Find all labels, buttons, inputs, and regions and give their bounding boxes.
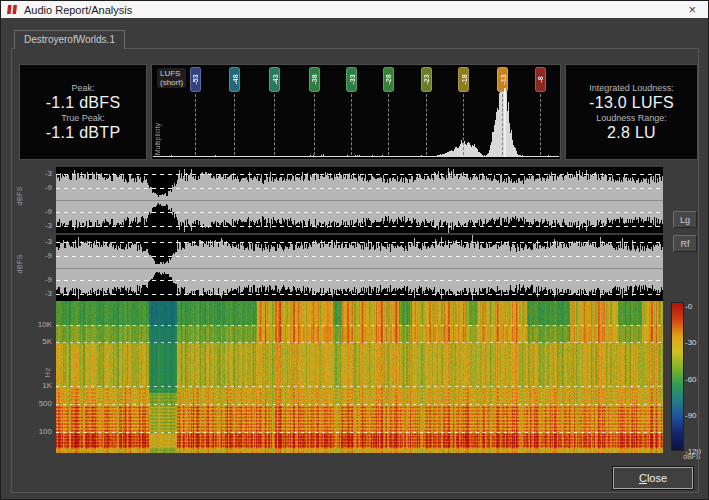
lufs-marker-label: -33 [348, 74, 355, 84]
lufs-marker-dropline [388, 94, 389, 155]
lufs-marker-dropline [274, 94, 275, 155]
lufs-marker--43: -43 [269, 67, 280, 92]
lufs-marker--48: -48 [229, 67, 240, 92]
spectrogram-tick-label: 500 [21, 399, 52, 408]
spectrogram-colorbar [671, 302, 684, 451]
multiplicity-axis-label: Multiplicity [154, 123, 161, 155]
true-peak-label: True Peak: [61, 113, 105, 123]
close-button-char: e [661, 472, 667, 484]
spectrogram-tick-label: 5K [21, 337, 52, 346]
waveform-channel-1-canvas [56, 167, 663, 233]
lufs-marker-label: -48 [231, 74, 238, 84]
peak-label: Peak: [71, 83, 94, 93]
window-close-icon[interactable]: × [682, 2, 702, 17]
true-peak-value: -1.1 dBTP [46, 124, 121, 142]
peak-stats-panel: Peak: -1.1 dBFS True Peak: -1.1 dBTP [19, 64, 147, 160]
lufs-marker-dropline [314, 94, 315, 155]
lufs-marker--38: -38 [309, 67, 320, 92]
lufs-marker-label: -38 [311, 74, 318, 84]
lufs-marker--33: -33 [346, 67, 357, 92]
lufs-marker-label: -18 [460, 74, 467, 84]
lufs-marker-label: -28 [385, 74, 392, 84]
lufs-marker-label: -53 [192, 74, 199, 84]
lufs-marker--18: -18 [458, 67, 469, 92]
integrated-loudness-label: Integrated Loudness: [589, 83, 674, 93]
lufs-marker-label: -43 [271, 74, 278, 84]
tab-label: DestroyerofWorlds.1 [24, 34, 115, 45]
waveform-tick-label: -3 [29, 169, 52, 178]
integrated-loudness-value: -13.0 LUFS [589, 94, 674, 112]
waveform-axis-unit: dBFS [16, 186, 23, 206]
close-button-char: C [639, 472, 647, 484]
loudness-histogram-canvas [153, 91, 559, 157]
waveform-tick-label: -9 [29, 183, 52, 192]
colorbar-tick-label: -60 [685, 375, 709, 384]
lufs-marker-dropline [351, 94, 352, 155]
waveform-tick-label: -3 [29, 221, 52, 230]
integrated-loudness-indicator-line [504, 88, 506, 157]
peak-value: -1.1 dBFS [46, 94, 121, 112]
lufs-marker--13: -13 [497, 67, 508, 92]
lufs-short-label: LUFS (short) [157, 68, 186, 88]
waveform-tick-label: -3 [29, 289, 52, 298]
lufs-marker--53: -53 [190, 67, 201, 92]
spectrogram-tick-label: 100 [21, 427, 52, 436]
audio-report-window: Audio Report/Analysis × DestroyerofWorld… [0, 0, 709, 500]
avid-app-icon [7, 4, 18, 15]
lufs-marker-dropline [463, 94, 464, 155]
lufs-marker-label: -23 [423, 74, 430, 84]
spectrogram-tick-label: 10K [21, 320, 52, 329]
spectrogram-tick-label: 1K [21, 381, 52, 390]
lufs-marker-dropline [195, 94, 196, 155]
spectrogram-canvas [56, 301, 663, 453]
loudness-histogram-panel: LUFS (short) Multiplicity -53-48-43-38-3… [151, 64, 561, 160]
lufs-marker-dropline [540, 94, 541, 155]
channel-button-Rf[interactable]: Rf [673, 235, 697, 252]
close-button[interactable]: Close [613, 467, 693, 489]
lufs-marker-dropline [234, 94, 235, 155]
window-title: Audio Report/Analysis [24, 4, 676, 16]
loudness-stats-panel: Integrated Loudness: -13.0 LUFS Loudness… [565, 64, 698, 160]
lufs-marker-label: -8 [537, 76, 544, 82]
colorbar-tick-label: -90 [685, 411, 709, 420]
title-bar: Audio Report/Analysis × [1, 1, 708, 18]
channel-button-Lg[interactable]: Lg [673, 211, 697, 228]
lufs-marker--28: -28 [383, 67, 394, 92]
waveform-axis-unit: dBFS [16, 254, 23, 274]
loudness-range-value: 2.8 LU [607, 124, 656, 142]
lufs-marker--8: -8 [535, 67, 546, 92]
waveform-tick-label: -9 [29, 275, 52, 284]
spectrogram-axis-unit: Hz [43, 367, 52, 378]
waveform-channel-2-canvas [56, 235, 663, 301]
lufs-marker-label: -13 [499, 74, 506, 84]
loudness-range-label: Loudness Range: [596, 113, 667, 123]
lufs-marker-dropline [426, 94, 427, 155]
waveform-tick-label: -9 [29, 251, 52, 260]
tab-destroyerofworlds[interactable]: DestroyerofWorlds.1 [14, 30, 125, 49]
colorbar-unit-label: dBFS [683, 453, 701, 460]
colorbar-tick-label: -30 [685, 338, 709, 347]
colorbar-tick-label: -0 [685, 302, 709, 311]
waveform-tick-label: -9 [29, 207, 52, 216]
waveform-tick-label: -3 [29, 237, 52, 246]
lufs-marker--23: -23 [421, 67, 432, 92]
